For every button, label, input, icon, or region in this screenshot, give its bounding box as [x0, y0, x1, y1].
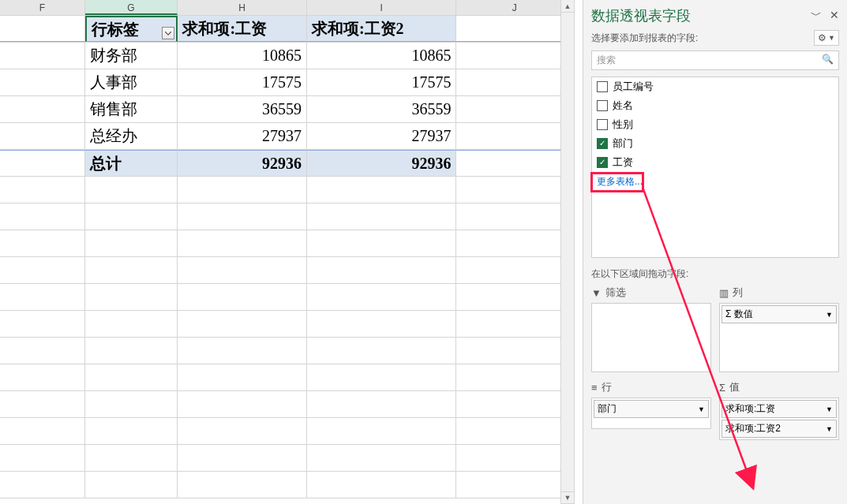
- cell-blank[interactable]: [178, 230, 307, 256]
- values-item-salary1[interactable]: 求和项:工资 ▼: [721, 400, 837, 418]
- cell-blank[interactable]: [0, 177, 85, 203]
- cell-blank[interactable]: [0, 391, 85, 417]
- more-tables-link[interactable]: 更多表格...: [592, 172, 838, 192]
- pivot-row-v2[interactable]: 17575: [307, 69, 456, 95]
- pivot-total-label[interactable]: 总计: [85, 150, 178, 176]
- pivot-row-label[interactable]: 销售部: [85, 96, 178, 122]
- cell-blank[interactable]: [0, 16, 85, 42]
- cell-blank[interactable]: [456, 445, 573, 471]
- pivot-rowlabel-header[interactable]: 行标签: [85, 16, 178, 42]
- cell-blank[interactable]: [178, 257, 307, 283]
- area-columns-box[interactable]: Σ 数值 ▼: [719, 303, 839, 372]
- cell-blank[interactable]: [85, 391, 178, 417]
- col-header-H[interactable]: H: [178, 0, 307, 15]
- cell-blank[interactable]: [178, 203, 307, 230]
- area-filter-box[interactable]: [591, 303, 711, 372]
- filter-dropdown-button[interactable]: [162, 27, 174, 39]
- cell-blank[interactable]: [0, 284, 85, 310]
- cell-blank[interactable]: [178, 338, 307, 364]
- cell-blank[interactable]: [178, 364, 307, 390]
- pivot-total-v1[interactable]: 92936: [178, 150, 307, 176]
- checkbox[interactable]: [597, 81, 608, 92]
- col-header-F[interactable]: F: [0, 0, 85, 15]
- pivot-total-v2[interactable]: 92936: [307, 150, 456, 176]
- cell-blank[interactable]: [178, 418, 307, 444]
- pivot-row-v2[interactable]: 36559: [307, 96, 456, 122]
- cell-blank[interactable]: [85, 177, 178, 203]
- field-search-input[interactable]: 搜索 🔍: [591, 50, 839, 70]
- cell-blank[interactable]: [85, 472, 178, 498]
- cell-blank[interactable]: [178, 284, 307, 310]
- cell-blank[interactable]: [307, 391, 456, 417]
- cell-blank[interactable]: [456, 177, 573, 203]
- cell-blank[interactable]: [307, 472, 456, 498]
- cell-blank[interactable]: [85, 364, 178, 390]
- cell-blank[interactable]: [456, 472, 573, 498]
- rows-item-dept[interactable]: 部门 ▼: [594, 400, 709, 418]
- cell-blank[interactable]: [456, 391, 573, 417]
- field-item-name[interactable]: 姓名: [592, 96, 838, 115]
- cell-blank[interactable]: [456, 230, 573, 256]
- checkbox[interactable]: [597, 100, 608, 111]
- col-header-J[interactable]: J: [456, 0, 573, 15]
- field-item-dept[interactable]: 部门: [592, 134, 838, 153]
- cell-blank[interactable]: [0, 150, 85, 176]
- cell-blank[interactable]: [0, 445, 85, 471]
- pivot-row-label[interactable]: 总经办: [85, 123, 178, 149]
- pivot-row-v2[interactable]: 10865: [307, 43, 456, 69]
- cell-blank[interactable]: [307, 364, 456, 390]
- vertical-scrollbar[interactable]: ▲ ▼: [560, 0, 575, 504]
- panel-settings-button[interactable]: ⚙ ▼: [814, 30, 839, 46]
- cell-blank[interactable]: [0, 418, 85, 444]
- cell-blank[interactable]: [307, 445, 456, 471]
- cell-blank[interactable]: [0, 43, 85, 69]
- cell-blank[interactable]: [456, 43, 573, 69]
- collapse-icon[interactable]: ﹀: [811, 9, 822, 23]
- cell-blank[interactable]: [178, 177, 307, 203]
- pivot-row-label[interactable]: 人事部: [85, 69, 178, 95]
- checkbox-checked[interactable]: [597, 157, 608, 168]
- checkbox[interactable]: [597, 119, 608, 130]
- pivot-row-v1[interactable]: 10865: [178, 43, 307, 69]
- cell-blank[interactable]: [456, 16, 573, 42]
- pivot-sum1-header[interactable]: 求和项:工资: [178, 16, 307, 42]
- cell-blank[interactable]: [456, 284, 573, 310]
- cell-blank[interactable]: [0, 364, 85, 390]
- checkbox-checked[interactable]: [597, 138, 608, 149]
- cell-blank[interactable]: [456, 311, 573, 337]
- cell-blank[interactable]: [456, 364, 573, 390]
- col-header-G[interactable]: G: [85, 0, 178, 15]
- cell-blank[interactable]: [85, 257, 178, 283]
- field-item-salary[interactable]: 工资: [592, 153, 838, 172]
- pivot-row-v1[interactable]: 27937: [178, 123, 307, 149]
- close-icon[interactable]: ✕: [830, 9, 839, 23]
- area-values-box[interactable]: 求和项:工资 ▼ 求和项:工资2 ▼: [719, 398, 839, 440]
- pivot-row-v1[interactable]: 17575: [178, 69, 307, 95]
- cell-blank[interactable]: [178, 472, 307, 498]
- cell-blank[interactable]: [307, 284, 456, 310]
- pivot-row-v1[interactable]: 36559: [178, 96, 307, 122]
- cell-blank[interactable]: [0, 123, 85, 149]
- cell-blank[interactable]: [0, 96, 85, 122]
- columns-item-sigma[interactable]: Σ 数值 ▼: [721, 305, 837, 323]
- cell-blank[interactable]: [307, 338, 456, 364]
- field-item-empid[interactable]: 员工编号: [592, 77, 838, 96]
- cell-blank[interactable]: [0, 472, 85, 498]
- cell-blank[interactable]: [456, 203, 573, 230]
- cell-blank[interactable]: [307, 418, 456, 444]
- cell-blank[interactable]: [0, 230, 85, 256]
- cell-blank[interactable]: [0, 69, 85, 95]
- cell-blank[interactable]: [178, 391, 307, 417]
- cell-blank[interactable]: [178, 445, 307, 471]
- cell-blank[interactable]: [178, 311, 307, 337]
- cell-blank[interactable]: [85, 311, 178, 337]
- cell-blank[interactable]: [0, 257, 85, 283]
- cell-blank[interactable]: [307, 203, 456, 230]
- cell-blank[interactable]: [0, 311, 85, 337]
- cell-blank[interactable]: [456, 96, 573, 122]
- cell-blank[interactable]: [85, 203, 178, 230]
- cell-blank[interactable]: [456, 69, 573, 95]
- cell-blank[interactable]: [85, 230, 178, 256]
- cell-blank[interactable]: [456, 257, 573, 283]
- cell-blank[interactable]: [0, 338, 85, 364]
